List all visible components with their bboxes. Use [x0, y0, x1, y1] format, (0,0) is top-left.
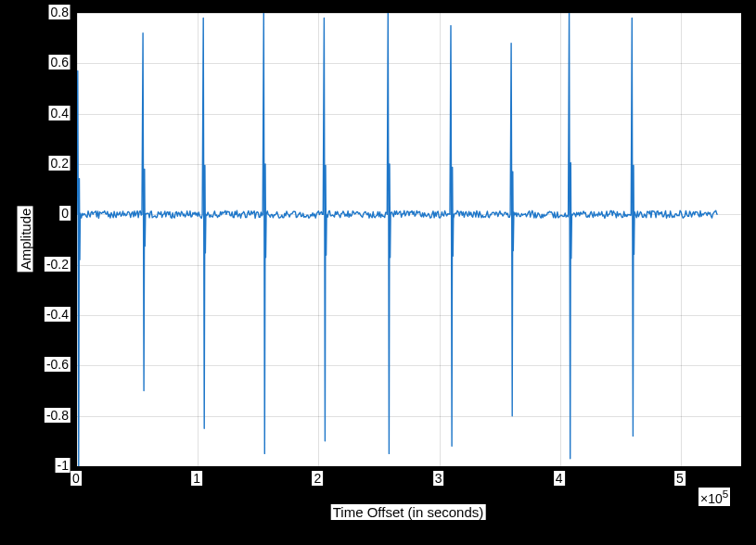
y-tick-label: -0.8: [45, 408, 70, 423]
y-tick-label: -1: [56, 458, 70, 473]
y-tick-label: 0.4: [49, 106, 70, 120]
x-tick-label: 4: [554, 471, 565, 486]
chart-container: 012345-1-0.8-0.6-0.4-0.200.20.40.60.8×10…: [0, 0, 756, 545]
y-tick-label: 0.6: [49, 55, 70, 70]
x-tick-label: 3: [433, 471, 444, 486]
x-tick-label: 1: [191, 471, 202, 486]
y-tick-label: 0.8: [49, 5, 70, 19]
y-tick-label: -0.2: [45, 257, 70, 272]
signal-plot: [77, 13, 741, 466]
y-tick-label: -0.6: [45, 357, 70, 372]
x-tick-label: 0: [70, 471, 82, 486]
x-axis-label: Time Offset (in seconds): [331, 504, 486, 520]
plot-area: [76, 12, 742, 467]
x-exponent-label: ×105: [698, 488, 730, 506]
y-axis-label: Amplitude: [18, 206, 33, 272]
y-tick-label: 0.2: [49, 156, 70, 171]
x-tick-label: 2: [312, 471, 323, 486]
y-tick-label: -0.4: [45, 307, 70, 322]
series-signal: [77, 13, 717, 466]
x-tick-label: 5: [674, 471, 686, 486]
gridline-h: [77, 466, 741, 467]
y-tick-label: 0: [59, 206, 70, 221]
